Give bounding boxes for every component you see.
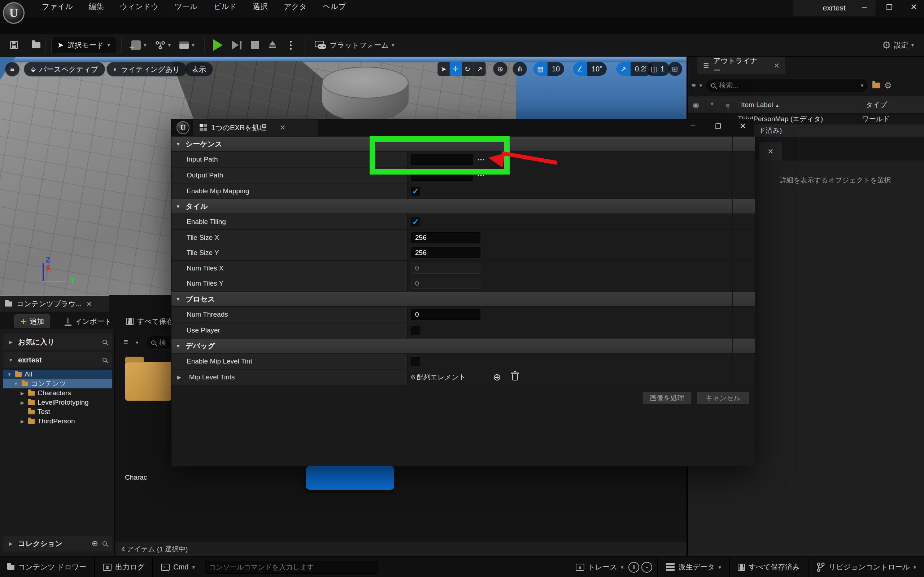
favorites-header[interactable]: ▶ お気に入り	[3, 334, 112, 350]
chevron-down-icon[interactable]: ▾	[861, 82, 864, 89]
move-tool[interactable]: ✛	[450, 62, 462, 76]
tree-item-content[interactable]: ▼ コンテンツ	[3, 379, 112, 388]
favorite-star-icon[interactable]: *	[704, 100, 720, 110]
grid-snap-control[interactable]: ▦ 10	[533, 62, 564, 76]
unreal-logo-icon[interactable]: U	[3, 2, 24, 24]
play-options-kebab-icon[interactable]	[290, 44, 292, 46]
add-button[interactable]: + 追加	[15, 314, 50, 328]
cinematics-dropdown[interactable]: ▾	[175, 37, 199, 53]
maximize-viewport-toggle[interactable]: ⊞	[668, 62, 682, 76]
platforms-dropdown[interactable]: プラットフォーム ▾	[310, 37, 399, 53]
insights-icon[interactable]: ‖	[628, 562, 639, 573]
show-dropdown[interactable]: 表示	[185, 62, 213, 76]
search-icon[interactable]	[102, 541, 107, 546]
menu-select[interactable]: 選択	[252, 2, 268, 11]
tile-size-y-field[interactable]	[411, 247, 480, 258]
tab-details[interactable]: ✕	[759, 142, 782, 161]
expand-arrow-icon[interactable]: ▶	[177, 374, 181, 380]
enable-mip-mapping-checkbox[interactable]: ✓	[411, 187, 420, 196]
search-icon[interactable]	[102, 340, 107, 344]
tree-item-all[interactable]: ▼ All	[3, 370, 112, 379]
import-button[interactable]: ⇩ インポート	[65, 317, 111, 326]
camera-speed-control[interactable]: ◫ 1	[645, 62, 670, 76]
search-icon[interactable]	[102, 358, 107, 362]
derived-data-dropdown[interactable]: 派生データ ▾	[663, 562, 724, 572]
minimize-button[interactable]: –	[862, 2, 867, 11]
snapshot-icon[interactable]: ▪	[641, 562, 652, 573]
tile-size-x-field[interactable]	[411, 232, 480, 243]
surface-snap-toggle[interactable]: ⋔	[512, 62, 527, 76]
save-status-button[interactable]: すべて保存済み	[735, 562, 803, 572]
play-button[interactable]	[213, 39, 223, 51]
content-browser-icon[interactable]	[32, 42, 40, 48]
enable-mip-level-tint-checkbox[interactable]	[411, 357, 420, 366]
revision-control-dropdown[interactable]: リビジョンコントロール ▾	[814, 562, 919, 572]
rotation-snap-control[interactable]: ∠ 10°	[572, 62, 607, 76]
section-tile[interactable]: ▼タイル	[171, 199, 755, 214]
asset-tile-characters[interactable]: Charac	[115, 362, 172, 481]
content-drawer-button[interactable]: コンテンツ ドロワー	[4, 562, 89, 572]
rotate-tool[interactable]: ↻	[462, 62, 473, 76]
add-actor-dropdown[interactable]: + ▾	[127, 37, 151, 53]
tree-item-characters[interactable]: ▶ Characters	[3, 388, 112, 398]
outliner-search[interactable]: 検索... ▾	[706, 79, 869, 92]
process-image-button[interactable]: 画像を処理	[643, 392, 691, 404]
close-icon[interactable]: ✕	[768, 147, 774, 156]
cmd-dropdown[interactable]: >_ Cmd ▾	[158, 563, 198, 571]
blueprints-dropdown[interactable]: ▾	[151, 37, 175, 53]
dialog-title-bar[interactable]: U 1つのEXRを処理 ✕ – ❐ ✕	[171, 119, 754, 136]
stop-button[interactable]	[251, 41, 259, 49]
view-mode-dropdown[interactable]: ◐ ライティングあり	[107, 62, 187, 76]
outliner-settings-gear-icon[interactable]: ⚙	[884, 81, 892, 90]
add-element-icon[interactable]: ⊕	[493, 371, 501, 383]
use-player-checkbox[interactable]	[411, 326, 420, 335]
delete-elements-icon[interactable]	[512, 374, 518, 380]
close-button[interactable]: ✕	[910, 2, 917, 12]
eject-button[interactable]	[268, 41, 277, 49]
restore-button[interactable]: ❐	[886, 3, 893, 11]
console-command-input[interactable]	[205, 561, 378, 574]
tree-item-levelprototyping[interactable]: ▶ LevelPrototyping	[3, 398, 112, 407]
chevron-down-icon[interactable]: ▾	[136, 339, 139, 346]
tab-outliner[interactable]: ☰ アウトライナー ✕	[697, 56, 785, 74]
section-debug[interactable]: ▼デバッグ	[171, 338, 755, 353]
viewport-options-menu[interactable]: ≡	[5, 62, 19, 76]
menu-help[interactable]: ヘルプ	[322, 2, 347, 11]
menu-actor[interactable]: アクタ	[283, 2, 307, 11]
menu-window[interactable]: ウィンドウ	[119, 2, 159, 11]
column-type[interactable]: タイプ	[862, 100, 924, 110]
maximize-button[interactable]: ❐	[715, 122, 721, 131]
close-icon[interactable]: ✕	[86, 300, 92, 308]
new-folder-icon[interactable]	[872, 82, 880, 89]
minimize-button[interactable]: –	[690, 120, 695, 130]
filter-icon[interactable]: ≡	[123, 337, 128, 347]
close-icon[interactable]: ✕	[280, 123, 286, 132]
project-header[interactable]: ▼ exrtest	[3, 352, 112, 368]
chevron-down-icon[interactable]: ▾	[699, 82, 703, 89]
pin-icon[interactable]	[720, 101, 736, 109]
menu-tools[interactable]: ツール	[174, 2, 198, 11]
menu-build[interactable]: ビルド	[213, 2, 237, 11]
settings-dropdown[interactable]: ⚙ 設定 ▾	[877, 37, 918, 53]
menu-edit[interactable]: 編集	[88, 2, 105, 11]
visibility-eye-icon[interactable]: ◉	[688, 101, 704, 109]
add-collection-icon[interactable]: ⊕	[92, 539, 98, 548]
skip-button[interactable]	[232, 41, 241, 49]
world-space-toggle[interactable]: ⊕	[493, 62, 507, 76]
dialog-tab[interactable]: 1つのEXRを処理 ✕	[193, 119, 318, 136]
trace-dropdown[interactable]: ılı トレース ▾	[573, 562, 627, 572]
filter-icon[interactable]: ≡	[691, 82, 696, 90]
close-button[interactable]: ✕	[740, 121, 746, 131]
save-all-button[interactable]: すべて保存	[126, 317, 174, 326]
save-icon[interactable]	[10, 41, 18, 49]
select-tool[interactable]: ➤	[438, 62, 450, 76]
tree-item-thirdperson[interactable]: ▶ ThirdPerson	[3, 416, 112, 426]
menu-file[interactable]: ファイル	[41, 2, 74, 11]
grid-snap-value[interactable]: 10	[548, 62, 564, 76]
close-icon[interactable]: ✕	[774, 61, 780, 70]
selected-asset-highlight[interactable]	[306, 466, 394, 490]
rotation-snap-value[interactable]: 10°	[587, 62, 607, 76]
section-process[interactable]: ▼プロセス	[171, 292, 755, 306]
enable-tiling-checkbox[interactable]: ✓	[411, 218, 420, 226]
num-threads-field[interactable]	[411, 309, 480, 320]
